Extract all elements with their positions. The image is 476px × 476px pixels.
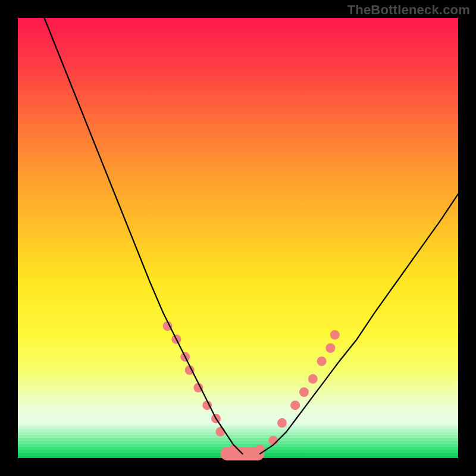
data-point xyxy=(268,436,278,445)
data-point xyxy=(229,444,239,454)
data-point xyxy=(242,449,252,459)
data-point xyxy=(255,444,265,454)
left-curve xyxy=(44,18,242,454)
data-point xyxy=(299,387,309,397)
watermark-label: TheBottleneck.com xyxy=(347,2,470,18)
chart-frame: TheBottleneck.com xyxy=(0,0,476,476)
data-point xyxy=(290,400,300,410)
data-point xyxy=(277,418,287,428)
right-curve xyxy=(260,194,458,454)
data-point xyxy=(215,427,225,437)
plot-area xyxy=(18,18,458,458)
chart-svg xyxy=(18,18,458,458)
data-point xyxy=(330,330,340,340)
data-point xyxy=(308,374,318,384)
data-point xyxy=(325,343,335,353)
data-point xyxy=(317,356,327,366)
